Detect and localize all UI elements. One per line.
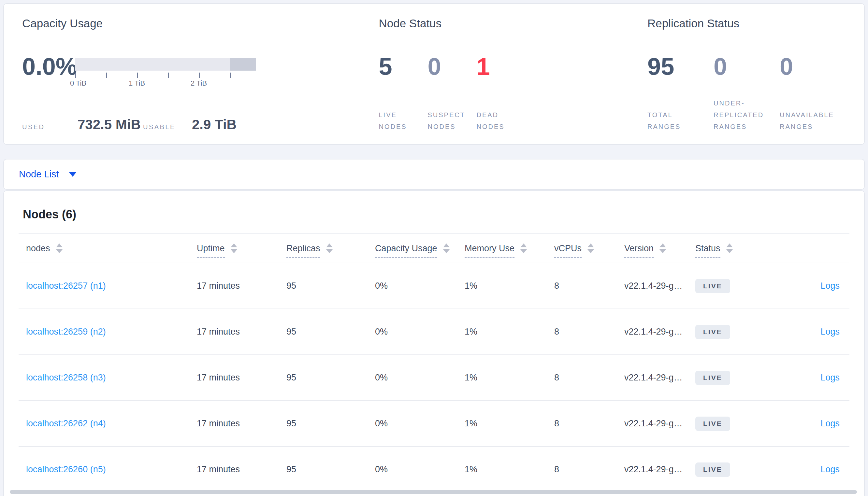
logs-link[interactable]: Logs [820,419,840,428]
vcpus-cell: 8 [554,281,624,291]
capacity-usage-section: Capacity Usage 0.0% 0 TiB 1 T [22,16,379,133]
uptime-cell: 17 minutes [197,464,286,475]
usable-label: USABLE [143,123,192,131]
replicas-cell: 95 [286,281,375,291]
node-link[interactable]: localhost:26262 (n4) [26,419,106,428]
node-link[interactable]: localhost:26257 (n1) [26,281,106,291]
version-cell: v22.1.4-29-g… [624,373,695,383]
tick-label-1tib: 1 TiB [129,79,145,88]
capacity-ticks [75,71,256,79]
capacity-usage-title: Capacity Usage [22,16,379,31]
column-header-vcpus[interactable]: vCPUs [554,243,624,254]
replicas-cell: 95 [286,327,375,337]
version-cell: v22.1.4-29-g… [624,281,695,291]
capacity-bar [75,58,256,71]
node-status-section: Node Status 5 LIVE NODES 0 SUSPECT NODES… [379,16,647,133]
vcpus-cell: 8 [554,464,624,475]
table-row: localhost:26258 (n3) 17 minutes 95 0% 1%… [18,355,850,401]
node-link[interactable]: localhost:26259 (n2) [26,327,106,337]
logs-link[interactable]: Logs [820,327,840,337]
replication-status-title: Replication Status [647,16,846,31]
status-badge: LIVE [695,463,730,477]
memory-use-cell: 1% [465,419,554,429]
unavailable-ranges-stat: 0 UNAVAILABLE RANGES [780,54,846,133]
usable-value: 2.9 TiB [192,117,237,133]
version-cell: v22.1.4-29-g… [624,464,695,475]
suspect-nodes-stat: 0 SUSPECT NODES [428,54,476,133]
table-body: localhost:26257 (n1) 17 minutes 95 0% 1%… [18,263,850,493]
tick-label-2tib: 2 TiB [191,79,207,88]
sort-icon[interactable] [520,244,527,253]
cluster-summary-panel: Capacity Usage 0.0% 0 TiB 1 T [3,3,865,145]
table-row: localhost:26257 (n1) 17 minutes 95 0% 1%… [18,263,850,309]
table-row: localhost:26259 (n2) 17 minutes 95 0% 1%… [18,309,850,355]
node-status-title: Node Status [379,16,647,31]
logs-link[interactable]: Logs [820,373,840,383]
nodes-table-header: nodes Uptime Replicas Capacity Usage Mem… [18,233,850,263]
uptime-cell: 17 minutes [197,327,286,337]
nodes-table-panel: Nodes (6) nodes Uptime Replicas Capacity… [3,190,865,496]
column-header-replicas[interactable]: Replicas [286,243,375,254]
vcpus-cell: 8 [554,419,624,429]
column-header-version[interactable]: Version [624,243,695,254]
under-replicated-ranges-stat: 0 UNDER-REPLICATED RANGES [714,54,780,133]
status-badge: LIVE [695,325,730,339]
tick-label-0tib: 0 TiB [70,79,86,88]
vcpus-cell: 8 [554,327,624,337]
column-header-capacity-usage[interactable]: Capacity Usage [375,243,465,254]
total-ranges-stat: 95 TOTAL RANGES [647,54,714,133]
capacity-usage-cell: 0% [375,373,465,383]
node-link[interactable]: localhost:26258 (n3) [26,373,106,383]
sort-icon[interactable] [726,244,733,253]
node-list-dropdown[interactable]: Node List [19,169,77,180]
node-list-dropdown-label: Node List [19,169,59,180]
nodes-table-title: Nodes (6) [4,191,864,222]
uptime-cell: 17 minutes [197,281,286,291]
replicas-cell: 95 [286,419,375,429]
horizontal-scrollbar[interactable] [10,490,857,494]
capacity-usage-cell: 0% [375,464,465,475]
column-header-memory-use[interactable]: Memory Use [465,243,554,254]
memory-use-cell: 1% [465,373,554,383]
dead-nodes-count: 1 [476,54,525,79]
capacity-gauge: 0 TiB 1 TiB 2 TiB [75,58,256,88]
memory-use-cell: 1% [465,464,554,475]
node-link[interactable]: localhost:26260 (n5) [26,464,106,474]
view-selector-bar: Node List [3,159,865,190]
version-cell: v22.1.4-29-g… [624,419,695,429]
uptime-cell: 17 minutes [197,419,286,429]
sort-icon[interactable] [587,244,594,253]
total-ranges-count: 95 [647,54,714,79]
sort-icon[interactable] [659,244,666,253]
column-header-status[interactable]: Status [695,243,787,254]
under-replicated-ranges-label: UNDER-REPLICATED RANGES [714,97,779,133]
replication-status-section: Replication Status 95 TOTAL RANGES 0 UND… [647,16,846,133]
under-replicated-ranges-count: 0 [714,54,780,79]
sort-icon[interactable] [231,244,237,253]
table-row: localhost:26260 (n5) 17 minutes 95 0% 1%… [18,447,850,493]
logs-link[interactable]: Logs [820,464,840,474]
column-header-uptime[interactable]: Uptime [197,243,286,254]
table-row: localhost:26262 (n4) 17 minutes 95 0% 1%… [18,401,850,447]
used-label: USED [22,123,77,131]
sort-icon[interactable] [56,244,62,253]
status-badge: LIVE [695,417,730,431]
column-header-nodes[interactable]: nodes [18,243,197,254]
suspect-nodes-count: 0 [428,54,476,79]
memory-use-cell: 1% [465,281,554,291]
live-nodes-stat: 5 LIVE NODES [379,54,428,133]
replicas-cell: 95 [286,373,375,383]
capacity-usage-cell: 0% [375,327,465,337]
live-nodes-count: 5 [379,54,428,79]
status-badge: LIVE [695,279,730,293]
used-value: 732.5 MiB [77,117,143,133]
live-nodes-label: LIVE NODES [379,109,415,133]
unavailable-ranges-count: 0 [780,54,846,79]
dead-nodes-label: DEAD NODES [476,109,513,133]
capacity-usage-cell: 0% [375,419,465,429]
sort-icon[interactable] [443,244,450,253]
replicas-cell: 95 [286,464,375,475]
nodes-table: nodes Uptime Replicas Capacity Usage Mem… [18,233,850,493]
logs-link[interactable]: Logs [820,281,840,291]
sort-icon[interactable] [326,244,333,253]
